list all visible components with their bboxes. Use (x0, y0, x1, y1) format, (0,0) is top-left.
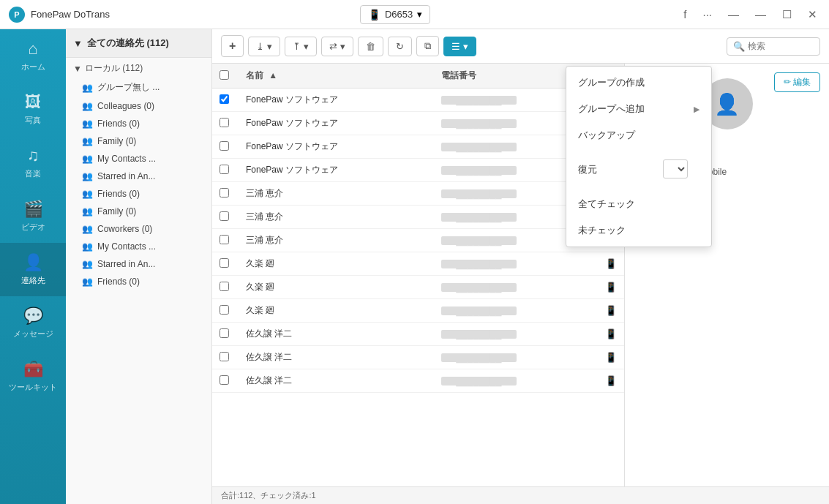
facebook-button[interactable]: f (680, 7, 689, 22)
row-checkbox[interactable] (220, 94, 229, 104)
table-row[interactable]: 久楽 廻 ████████ 📱 (212, 276, 624, 299)
device-selector[interactable]: 📱 D6653 ▾ (360, 5, 430, 24)
delete-button[interactable]: 🗑 (358, 37, 383, 56)
table-row[interactable]: 三浦 恵介 ████████ 📱 (212, 182, 624, 206)
table-row[interactable]: 久楽 廻 ████████ 📱 (212, 299, 624, 323)
row-checkbox[interactable] (220, 141, 229, 151)
contact-group-icon: 👥 (82, 171, 93, 181)
row-checkbox[interactable] (220, 375, 229, 385)
table-row[interactable]: 三浦 恵介 ████████ 📱 (212, 206, 624, 229)
device-icon: 📱 (368, 9, 380, 20)
sidebar-item-music[interactable]: ♫ 音楽 (0, 136, 66, 189)
add-button[interactable]: + (221, 35, 244, 57)
table-row[interactable]: FonePaw ソフトウェア ████████ 📱 (212, 112, 624, 135)
title-bar-right: f ··· — — ☐ ✕ (680, 7, 820, 23)
row-checkbox[interactable] (220, 305, 229, 315)
table-row[interactable]: 佐久譲 洋二 ████████ 📱 (212, 369, 624, 393)
row-checkbox[interactable] (220, 328, 229, 338)
tree-item[interactable]: 👥 Friends (0) (66, 273, 211, 290)
row-checkbox[interactable] (220, 165, 229, 174)
row-checkbox[interactable] (220, 352, 229, 361)
message-button[interactable]: ··· (699, 7, 715, 22)
dropdown-item-4[interactable]: 全てチェック (566, 191, 711, 217)
tree-item[interactable]: 👥 グループ無し ... (66, 78, 211, 97)
export-button[interactable]: ⤒ ▾ (285, 37, 317, 56)
sort-icon[interactable]: ▲ (269, 70, 277, 80)
transfer-icon: ⇄ (329, 41, 337, 52)
tree-item[interactable]: 👥 Starred in An... (66, 255, 211, 273)
sidebar-item-photos[interactable]: 🖼 写真 (0, 83, 66, 136)
tree-item[interactable]: 👥 My Contacts ... (66, 150, 211, 168)
tree-section-expand-icon[interactable]: ▼ (73, 64, 82, 74)
tree-item[interactable]: 👥 Friends (0) (66, 115, 211, 132)
table-row[interactable]: 久楽 廻 ████████ 📱 (212, 252, 624, 276)
import-button[interactable]: ⤓ ▾ (248, 37, 280, 56)
menu-button[interactable]: — (725, 7, 742, 22)
sidebar-item-toolkit[interactable]: 🧰 ツールキット (0, 350, 66, 403)
copy-button[interactable]: ⧉ (416, 36, 439, 56)
tree-item-label: Family (0) (97, 206, 204, 217)
row-phone: ████████ (434, 369, 598, 393)
transfer-button[interactable]: ⇄ ▾ (321, 37, 353, 56)
tree-item[interactable]: 👥 My Contacts ... (66, 238, 211, 255)
row-checkbox[interactable] (220, 118, 229, 127)
content-area: + ⤓ ▾ ⤒ ▾ ⇄ ▾ 🗑 ↻ (212, 29, 829, 504)
more-menu-button[interactable]: ☰ ▾ (443, 37, 476, 56)
table-row[interactable]: 佐久譲 洋二 ████████ 📱 (212, 346, 624, 369)
contact-group-icon: 👥 (82, 206, 93, 217)
dropdown-item-2[interactable]: バックアップ (566, 122, 711, 148)
dropdown-item-restore[interactable]: 復元 (566, 148, 711, 191)
row-checkbox[interactable] (220, 188, 229, 198)
row-mobile-icon-cell: 📱 (598, 346, 624, 369)
app-title: FonePaw DoTrans (31, 9, 110, 20)
dropdown-items-container: グループの作成 グループへ追加 ▶ バックアップ 復元 全てチェック 未チェック (566, 69, 711, 244)
table-row[interactable]: 三浦 恵介 ████████ 📱 (212, 229, 624, 252)
table-row[interactable]: FonePaw ソフトウェア ████████ 📱 (212, 159, 624, 182)
row-checkbox[interactable] (220, 282, 229, 291)
tree-item[interactable]: 👥 Coworkers (0) (66, 220, 211, 238)
tree-item[interactable]: 👥 Family (0) (66, 132, 211, 150)
export-icon: ⤒ (293, 41, 301, 52)
status-text: 合計:112、チェック済み:1 (221, 491, 316, 500)
row-checkbox[interactable] (220, 258, 229, 268)
table-row[interactable]: FonePaw ソフトウェア ████████ 📱 (212, 135, 624, 159)
contact-group-icon: 👥 (82, 119, 93, 129)
contact-group-icon: 👥 (82, 154, 93, 164)
row-phone: ████████ (434, 252, 598, 276)
tree-item[interactable]: 👥 Family (0) (66, 203, 211, 220)
row-checkbox[interactable] (220, 235, 229, 244)
table-row[interactable]: FonePaw ソフトウェア ████████ 📱 (212, 89, 624, 112)
tree-item[interactable]: 👥 Friends (0) (66, 185, 211, 203)
dropdown-item-0[interactable]: グループの作成 (566, 69, 711, 96)
dropdown-item-1[interactable]: グループへ追加 ▶ (566, 96, 711, 122)
maximize-button[interactable]: ☐ (779, 7, 795, 23)
sidebar-item-home[interactable]: ⌂ ホーム (0, 29, 66, 83)
tree-item[interactable]: 👥 Colleagues (0) (66, 97, 211, 115)
check-all-checkbox[interactable] (220, 70, 229, 80)
import-icon: ⤓ (256, 41, 264, 52)
row-checkbox-cell (212, 369, 239, 393)
row-checkbox[interactable] (220, 211, 229, 221)
sidebar-item-messages[interactable]: 💬 メッセージ (0, 296, 66, 350)
contact-group-icon: 👥 (82, 241, 93, 252)
name-col-header: 名前 ▲ (239, 64, 434, 89)
title-bar-center: 📱 D6653 ▾ (360, 5, 430, 24)
sidebar-item-video[interactable]: 🎬 ビデオ (0, 189, 66, 243)
row-name: 三浦 恵介 (239, 206, 434, 229)
row-name: 久楽 廻 (239, 299, 434, 323)
sidebar-item-contacts[interactable]: 👤 連絡先 (0, 243, 66, 296)
tree-item[interactable]: 👥 Starred in An... (66, 168, 211, 185)
minimize-button[interactable]: — (752, 7, 769, 22)
dropdown-item-5[interactable]: 未チェック (566, 217, 711, 244)
sync-button[interactable]: ↻ (388, 37, 412, 56)
more-menu-icon: ☰ (451, 41, 460, 52)
edit-button[interactable]: ✏ 編集 (774, 72, 820, 92)
row-checkbox-cell (212, 346, 239, 369)
restore-select[interactable] (663, 159, 688, 178)
row-name: FonePaw ソフトウェア (239, 89, 434, 112)
tree-collapse-icon[interactable]: ▼ (73, 38, 83, 49)
table-row[interactable]: 佐久譲 洋二 ████████ 📱 (212, 323, 624, 346)
contact-group-icon: 👥 (82, 277, 93, 287)
close-button[interactable]: ✕ (805, 7, 820, 23)
search-input[interactable] (748, 41, 814, 51)
